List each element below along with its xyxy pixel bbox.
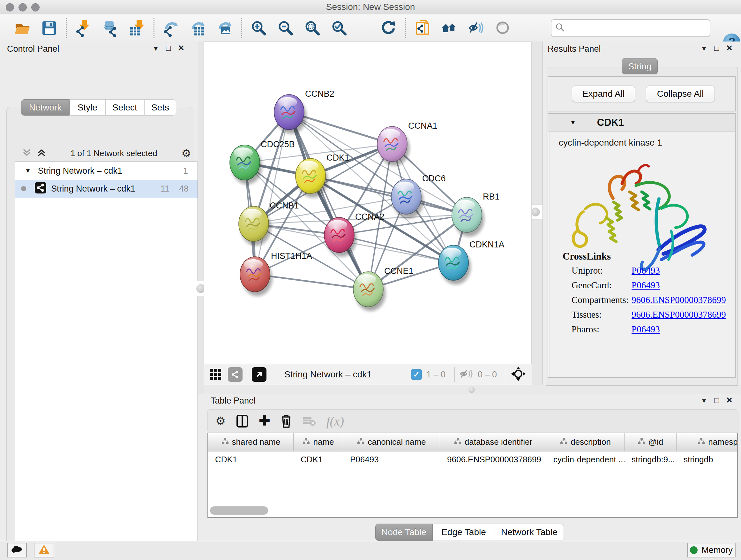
section-collapse-icon[interactable]: ▼ — [570, 119, 576, 126]
birds-eye-view-icon[interactable] — [252, 367, 266, 382]
control-panel-float-icon[interactable]: □ — [166, 44, 171, 53]
main-toolbar: ? — [0, 14, 741, 42]
add-column-icon[interactable]: ✚ — [259, 413, 270, 428]
column-header-shared-name[interactable]: shared name — [208, 433, 293, 451]
results-panel-title: Results Panel — [548, 44, 601, 54]
node-table[interactable]: shared namenamecanonical namedatabase id… — [207, 433, 738, 518]
column-header-namespace[interactable]: namespace — [677, 433, 738, 451]
search-input[interactable] — [569, 21, 710, 35]
column-header--id[interactable]: @id — [624, 433, 677, 451]
delete-column-trash-icon[interactable] — [280, 414, 292, 428]
expand-all-networks-icon[interactable] — [37, 148, 46, 159]
network-node-rb1[interactable]: RB1 — [452, 192, 500, 237]
crosslink-value-link[interactable]: 9606.ENSP00000378699 — [631, 309, 726, 320]
share-document-button[interactable] — [413, 18, 432, 38]
selected-nodes-checkbox-icon[interactable]: ✓ — [411, 369, 422, 380]
table-horizontal-scrollbar[interactable] — [210, 506, 735, 515]
table-cell[interactable]: CDK1 — [208, 451, 293, 468]
zoom-fit-button[interactable] — [302, 18, 322, 38]
table-cell[interactable]: 9606.ENSP00000378699 — [440, 451, 546, 468]
table-cell[interactable]: cyclin-dependent ... — [546, 451, 624, 468]
results-panel-float-icon[interactable]: □ — [714, 44, 719, 53]
node-section-header[interactable]: ▼ CDK1 — [548, 114, 735, 132]
network-node-cdc6[interactable]: CDC6 — [391, 174, 446, 219]
tab-sets[interactable]: Sets — [144, 99, 176, 116]
table-panel-close-icon[interactable]: ✕ — [726, 395, 733, 405]
search-box[interactable] — [551, 19, 711, 37]
column-header-database-identifier[interactable]: database identifier — [440, 433, 546, 451]
column-header-description[interactable]: description — [546, 433, 624, 451]
control-panel-close-icon[interactable]: ✕ — [178, 44, 185, 53]
tab-network[interactable]: Network — [21, 99, 70, 116]
export-network-button[interactable] — [161, 18, 181, 38]
home-pages-button[interactable] — [440, 18, 459, 38]
collapse-all-button[interactable]: Collapse All — [646, 85, 715, 102]
delete-table-icon[interactable] — [302, 415, 316, 427]
collapse-all-networks-icon[interactable] — [22, 148, 31, 159]
column-sort-icon — [697, 437, 705, 447]
zoom-selected-button[interactable] — [329, 18, 349, 38]
horizontal-splitter[interactable] — [204, 385, 741, 394]
export-table-button[interactable] — [188, 18, 208, 38]
crosslink-value-link[interactable]: P06493 — [631, 280, 660, 290]
table-panel-collapse-icon[interactable]: ▼ — [701, 395, 707, 405]
show-graphics-button[interactable] — [493, 18, 513, 38]
results-tab-string[interactable]: String — [622, 58, 658, 74]
expand-all-button[interactable]: Expand All — [572, 85, 635, 102]
show-columns-icon[interactable] — [236, 414, 249, 428]
right-splitter[interactable] — [532, 42, 542, 385]
tree-expand-icon[interactable]: ▼ — [25, 167, 31, 174]
network-node-cdc25b[interactable]: CDC25B — [230, 139, 295, 184]
tab-style[interactable]: Style — [70, 99, 105, 116]
zoom-in-button[interactable] — [249, 18, 269, 38]
network-node-ccne1[interactable]: CCNE1 — [353, 266, 414, 311]
crosslink-value-link[interactable]: P06493 — [631, 265, 660, 275]
tab-node-table[interactable]: Node Table — [375, 523, 433, 541]
table-cell[interactable]: stringdb — [677, 451, 738, 468]
column-header-canonical-name[interactable]: canonical name — [343, 433, 440, 451]
function-builder-icon[interactable]: f(x) — [326, 414, 344, 429]
table-options-gear-icon[interactable]: ⚙ — [215, 415, 226, 428]
network-view-canvas[interactable]: CCNB2CCNA1CDC25BCDK1CDC6RB1CCNB1CCNA2CDK… — [204, 42, 532, 364]
results-panel-collapse-icon[interactable]: ▼ — [701, 44, 707, 53]
table-scrollbar-thumb[interactable] — [210, 506, 268, 515]
tab-network-table[interactable]: Network Table — [495, 523, 564, 541]
table-cell[interactable]: stringdb:9... — [624, 451, 677, 468]
network-tree-root-row[interactable]: ▼ String Network – cdk1 1 — [15, 162, 198, 180]
control-panel-collapse-icon[interactable]: ▼ — [152, 44, 159, 53]
table-panel-float-icon[interactable]: □ — [714, 395, 719, 405]
network-tree-item-row[interactable]: String Network – cdk1 11 48 — [15, 180, 198, 198]
results-panel-close-icon[interactable]: ✕ — [726, 44, 733, 53]
table-cell[interactable]: CDK1 — [293, 451, 343, 468]
network-edge[interactable] — [289, 112, 368, 289]
network-node-ccnb2[interactable]: CCNB2 — [274, 89, 334, 134]
crosslink-value-link[interactable]: 9606.ENSP00000378699 — [631, 295, 726, 305]
save-session-button[interactable] — [39, 18, 59, 38]
network-options-gear-icon[interactable]: ⚙ — [182, 147, 191, 160]
import-table-button[interactable] — [127, 18, 147, 38]
string-view-icon[interactable] — [228, 367, 243, 382]
hidden-eye-icon[interactable] — [459, 368, 473, 381]
column-header-name[interactable]: name — [293, 433, 343, 451]
fit-selection-crosshair-icon[interactable] — [511, 366, 526, 383]
cloud-button[interactable] — [7, 543, 27, 557]
import-database-button[interactable] — [100, 18, 120, 38]
open-session-button[interactable] — [12, 18, 32, 38]
table-row[interactable]: CDK1CDK1P064939606.ENSP00000378699cyclin… — [208, 451, 737, 468]
network-node-cdkn1a[interactable]: CDKN1A — [439, 240, 504, 285]
network-node-hist1h1a[interactable]: HIST1H1A — [240, 251, 312, 296]
tab-edge-table[interactable]: Edge Table — [433, 523, 495, 541]
memory-button[interactable]: Memory — [687, 543, 736, 557]
hide-graphics-button[interactable] — [466, 18, 486, 38]
left-splitter[interactable] — [198, 42, 204, 394]
tab-select[interactable]: Select — [105, 99, 144, 116]
crosslink-value-link[interactable]: P06493 — [631, 324, 660, 334]
refresh-layout-button[interactable] — [379, 18, 398, 38]
zoom-out-button[interactable] — [276, 18, 295, 38]
table-cell[interactable]: P06493 — [343, 451, 440, 468]
horizontal-splitter-handle[interactable] — [468, 387, 475, 393]
warnings-button[interactable] — [34, 543, 54, 557]
export-image-button[interactable] — [215, 18, 234, 38]
import-network-button[interactable] — [73, 18, 93, 38]
grid-view-icon[interactable] — [209, 367, 223, 382]
